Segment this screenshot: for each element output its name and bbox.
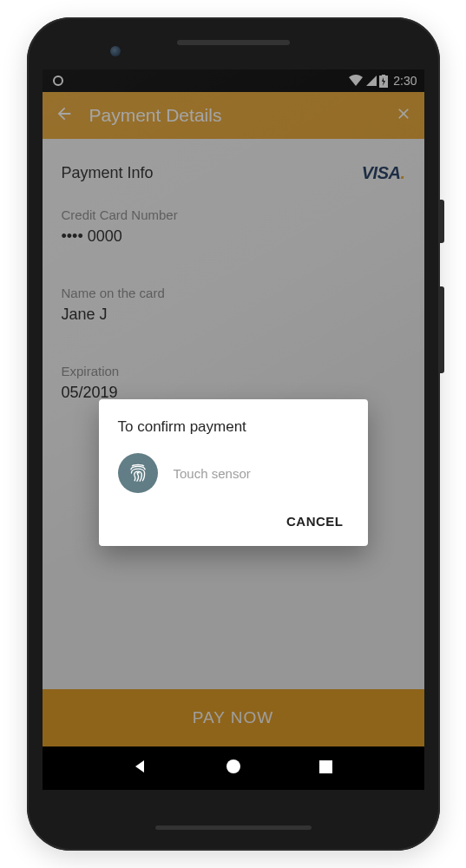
- cancel-button[interactable]: CANCEL: [281, 505, 349, 537]
- phone-frame: 2:30 Payment Details Payment Info VISA C…: [27, 17, 440, 851]
- dialog-title: To confirm payment: [118, 418, 349, 436]
- volume-button: [440, 286, 444, 373]
- fingerprint-icon[interactable]: [118, 453, 158, 493]
- nav-back-icon[interactable]: [133, 759, 148, 778]
- confirm-payment-dialog: To confirm payment Touch sens: [99, 399, 368, 546]
- svg-point-2: [226, 760, 240, 773]
- screen: 2:30 Payment Details Payment Info VISA C…: [43, 69, 424, 790]
- power-button: [440, 200, 444, 243]
- nav-recents-icon[interactable]: [318, 760, 333, 778]
- android-nav-bar: [43, 746, 424, 790]
- front-camera: [110, 46, 121, 56]
- dialog-hint: Touch sensor: [174, 466, 251, 481]
- svg-rect-3: [319, 760, 332, 773]
- nav-home-icon[interactable]: [225, 758, 242, 779]
